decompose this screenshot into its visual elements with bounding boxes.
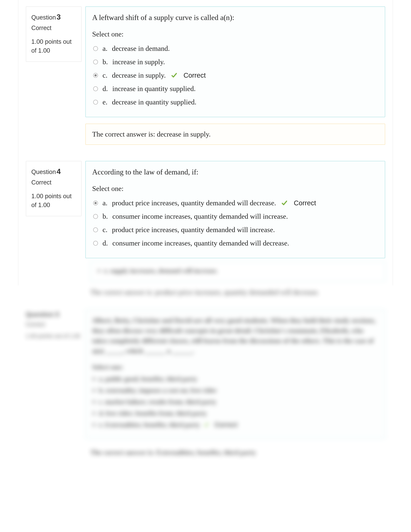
question-status: Correct [31,179,76,186]
radio-icon [93,86,98,91]
option-text: decrease in demand. [112,44,170,53]
option-text: consumer income increases, quantity dema… [112,239,289,247]
answer-option[interactable]: d. increase in quantity supplied. [92,82,378,95]
option-text: increase in quantity supplied. [112,85,196,93]
option-text: product price increases, quantity demand… [112,226,275,234]
answer-option[interactable]: c. decrease in supply. Correct [92,69,378,82]
select-one-label: Select one: [92,184,378,193]
blurred-preview-region: e. supply increases, demand will increas… [26,261,385,456]
option-letter: d. [103,239,108,247]
option-letter: d. [103,85,108,93]
question-content-column: According to the law of demand, if: Sele… [86,161,385,258]
option-letter: a. [103,44,107,53]
question-block: Question 4 Correct 1.00 points out of 1.… [26,161,385,258]
question-info-card: Question 4 Correct 1.00 points out of 1.… [26,161,82,216]
radio-icon [93,73,98,78]
option-letter: c. [103,71,107,79]
divider [392,0,393,285]
question-points: 1.00 points out of 1.00 [31,192,76,209]
question-text: According to the law of demand, if: [92,167,378,177]
option-letter: b. [103,212,108,220]
option-text: decrease in quantity supplied. [112,98,196,106]
option-text: product price increases, quantity demand… [112,199,276,207]
answer-option[interactable]: b. increase in supply. [92,55,378,69]
question-text: A leftward shift of a supply curve is ca… [92,13,378,23]
quiz-review-page: Question 3 Correct 1.00 points out of 1.… [0,0,411,476]
question-label: Question [31,169,56,175]
radio-icon [93,100,98,104]
question-content-card: According to the law of demand, if: Sele… [86,161,385,258]
question-number: 3 [57,13,61,21]
answer-option[interactable]: d. consumer income increases, quantity d… [92,237,378,250]
divider [18,0,19,285]
answer-option[interactable]: a. decrease in demand. [92,42,378,55]
answer-option[interactable]: a. product price increases, quantity dem… [92,196,378,210]
option-letter: b. [103,58,108,66]
option-letter: a. [103,199,107,207]
option-letter: e. [103,98,107,106]
option-text: consumer income increases, quantity dema… [112,212,288,220]
check-icon [281,200,288,206]
answer-option[interactable]: c. product price increases, quantity dem… [92,223,378,237]
answer-option[interactable]: e. decrease in quantity supplied. [92,95,378,109]
question-info-card: Question 3 Correct 1.00 points out of 1.… [26,7,82,62]
question-content-column: A leftward shift of a supply curve is ca… [86,7,385,145]
radio-icon [93,214,98,219]
option-letter: c. [103,226,107,234]
answer-feedback-card: The correct answer is: decrease in suppl… [86,124,385,145]
option-text: decrease in supply. [112,71,166,79]
correct-label: Correct [183,72,206,79]
radio-icon [93,46,98,51]
question-block: Question 3 Correct 1.00 points out of 1.… [26,7,385,145]
question-status: Correct [31,25,76,31]
answer-option[interactable]: b. consumer income increases, quantity d… [92,210,378,223]
question-points: 1.00 points out of 1.00 [31,37,76,55]
options-list: a. product price increases, quantity dem… [92,196,378,250]
question-label: Question [31,14,56,21]
radio-icon [93,228,98,232]
select-one-label: Select one: [92,30,378,38]
options-list: a. decrease in demand. b. increase in su… [92,42,378,109]
radio-icon [93,60,98,64]
question-content-card: A leftward shift of a supply curve is ca… [86,7,385,117]
check-icon [171,72,177,79]
answer-prefix: The correct answer is: [92,130,155,138]
option-text: increase in supply. [112,58,165,66]
correct-label: Correct [294,199,316,207]
question-number: 4 [57,167,61,176]
answer-text: decrease in supply. [157,130,211,138]
radio-icon [93,241,98,246]
radio-icon [93,201,98,206]
